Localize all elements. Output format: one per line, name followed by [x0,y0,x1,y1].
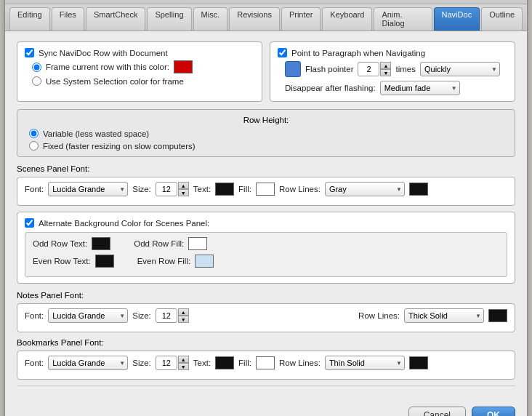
bookmarks-text-label: Text: [193,359,211,367]
disappear-row: Disappear after flashing: Medium fade Sl… [285,81,507,95]
sync-navidoc-label: Sync NaviDoc Row with Document [39,49,168,57]
notes-font-select-wrapper: Lucida Grande Arial Helvetica [48,308,128,323]
system-selection-row: Use System Selection color for frame [32,76,254,86]
tab-anim-dialog[interactable]: Anim. Dialog [374,7,432,31]
scenes-size-input[interactable] [156,182,177,196]
scenes-font-select-wrapper: Lucida Grande Arial Helvetica [48,182,128,196]
scenes-text-color[interactable] [215,183,234,196]
sync-navidoc-checkbox[interactable] [25,48,34,57]
tab-printer[interactable]: Printer [281,7,321,31]
flash-count-input[interactable] [358,62,379,76]
cancel-button[interactable]: Cancel [408,407,466,416]
notes-size-up[interactable]: ▲ [178,308,189,316]
scenes-text-label: Text: [193,185,211,193]
scenes-row-lines-select[interactable]: Gray Thick Solid Thin Solid None [325,182,405,196]
disappear-label: Disappear after flashing: [285,84,376,92]
scenes-font-row: Font: Lucida Grande Arial Helvetica Size… [25,182,507,196]
times-label: times [395,65,415,73]
scenes-size-label: Size: [132,185,151,193]
notes-row-lines-label: Row Lines: [358,311,400,320]
variable-label: Variable (less wasted space) [43,129,149,138]
sync-checkbox-row: Sync NaviDoc Row with Document [25,48,254,57]
flash-row: Flash pointer ▲ ▼ times Quickly [285,61,507,77]
bookmarks-row-lines-wrapper: Thin Solid Thick Solid Gray None [325,356,405,370]
bookmarks-row-lines-color[interactable] [409,356,428,369]
tab-revisions[interactable]: Revisions [229,7,280,31]
scenes-row-lines-color[interactable] [409,183,428,196]
notes-row-lines-color[interactable] [488,309,507,322]
tab-misc[interactable]: Misc. [193,7,228,31]
bookmarks-text-color[interactable] [215,356,234,369]
bookmarks-fill-color[interactable] [256,356,275,369]
tab-smartcheck[interactable]: SmartCheck [86,7,146,31]
even-text-color[interactable] [95,255,114,268]
system-selection-radio[interactable] [32,76,41,86]
tab-navidoc[interactable]: NaviDoc [434,7,480,31]
scenes-font-label: Font: [25,185,44,193]
quickly-select-wrapper: Quickly Slowly Very Quickly [420,62,500,76]
alt-bg-section: Alternate Background Color for Scenes Pa… [17,212,515,284]
notes-row-lines-select[interactable]: Thick Solid Thin Solid Gray None [404,308,484,323]
scenes-font-select[interactable]: Lucida Grande Arial Helvetica [48,182,128,196]
bookmarks-row-lines-label: Row Lines: [279,359,321,367]
bookmarks-size-down[interactable]: ▼ [178,363,189,370]
bookmarks-size-input[interactable] [156,356,177,370]
bookmarks-row-lines-select[interactable]: Thin Solid Thick Solid Gray None [325,356,405,370]
odd-text-label: Odd Row Text: [33,239,87,248]
bookmarks-size-up[interactable]: ▲ [178,356,189,363]
medium-fade-select-wrapper: Medium fade Slow fade Fast fade No fade [380,81,460,95]
notes-size-down[interactable]: ▼ [178,316,189,323]
scenes-size-down[interactable]: ▼ [178,189,189,196]
frame-color-swatch[interactable] [174,60,193,73]
ok-button[interactable]: OK [472,407,515,416]
fixed-radio[interactable] [29,141,39,151]
medium-fade-select[interactable]: Medium fade Slow fade Fast fade No fade [380,81,460,95]
bookmarks-size-stepper: ▲ ▼ [156,356,189,370]
quickly-select[interactable]: Quickly Slowly Very Quickly [420,62,500,76]
frame-color-label: Frame current row with this color: [46,63,169,71]
tab-outline[interactable]: Outline [481,7,523,31]
tab-spelling[interactable]: Spelling [147,7,191,31]
preferences-window: Preferences Editing Files SmartCheck Spe… [4,0,528,416]
scenes-row-lines-wrapper: Gray Thick Solid Thin Solid None [325,182,405,196]
tab-bar: Editing Files SmartCheck Spelling Misc. … [5,4,527,31]
notes-size-input[interactable] [156,308,177,323]
system-selection-label: Use System Selection color for frame [46,77,184,86]
scenes-panel-area: Scenes Panel Font: Font: Lucida Grande A… [17,164,515,206]
scenes-fill-color[interactable] [256,183,275,196]
bookmarks-font-select[interactable]: Lucida Grande Arial Helvetica [48,356,128,370]
notes-size-btns: ▲ ▼ [178,308,189,323]
notes-font-label: Font: [25,311,44,320]
odd-fill-color[interactable] [188,237,207,250]
tab-editing[interactable]: Editing [9,7,50,31]
odd-fill-label: Odd Row Fill: [134,239,184,248]
alt-bg-label: Alternate Background Color for Scenes Pa… [39,219,209,228]
flash-count-stepper: ▲ ▼ [358,62,391,76]
fixed-label: Fixed (faster resizing on slow computers… [43,142,196,151]
top-row: Sync NaviDoc Row with Document Frame cur… [17,41,515,102]
bookmarks-panel-label: Bookmarks Panel Font: [17,338,515,347]
bookmarks-size-label: Size: [132,359,151,367]
scenes-size-up[interactable]: ▲ [178,182,189,189]
tab-files[interactable]: Files [52,7,84,31]
bookmarks-font-row-box: Font: Lucida Grande Arial Helvetica Size… [17,351,515,380]
alt-bg-checkbox[interactable] [25,218,34,228]
notes-font-row-box: Font: Lucida Grande Arial Helvetica Size… [17,303,515,332]
odd-text-color[interactable] [92,237,110,250]
variable-radio[interactable] [29,129,39,138]
row-height-title: Row Height: [29,116,503,124]
point-paragraph-checkbox[interactable] [278,48,287,57]
point-paragraph-section: Point to Paragraph when Navigating Flash… [270,41,515,102]
notes-panel-label: Notes Panel Font: [17,291,515,300]
notes-font-select[interactable]: Lucida Grande Arial Helvetica [48,308,128,323]
flash-count-down[interactable]: ▼ [380,69,391,76]
even-fill-color[interactable] [195,255,214,268]
bookmarks-size-btns: ▲ ▼ [178,356,189,370]
scenes-row-lines-label: Row Lines: [279,185,321,193]
tab-keyboard[interactable]: Keyboard [322,7,372,31]
flash-count-up[interactable]: ▲ [380,62,391,69]
frame-color-radio[interactable] [32,63,41,72]
even-fill-label: Even Row Fill: [137,257,191,265]
notes-row-lines-wrapper: Thick Solid Thin Solid Gray None [404,308,484,323]
bookmarks-panel-area: Bookmarks Panel Font: Font: Lucida Grand… [17,338,515,380]
